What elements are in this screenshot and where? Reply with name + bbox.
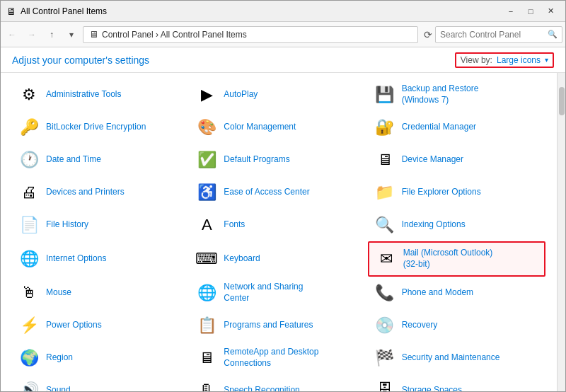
cp-item-date-time[interactable]: 🕐Date and Time	[12, 144, 190, 176]
cp-item-indexing-options[interactable]: 🔍Indexing Options	[368, 209, 545, 241]
programs-features-icon: 📋	[195, 314, 218, 337]
view-by-label: View by:	[461, 55, 492, 65]
cp-item-storage-spaces[interactable]: 🗄Storage Spaces	[368, 374, 545, 391]
date-time-label: Date and Time	[46, 154, 101, 166]
backup-restore-icon: 💾	[374, 83, 396, 106]
remoteapp-icon: 🖥	[195, 347, 218, 369]
cp-item-file-history[interactable]: 📄File History	[12, 209, 190, 241]
view-by-value[interactable]: Large icons	[497, 55, 541, 65]
forward-button[interactable]: →	[23, 26, 40, 43]
fonts-icon: A	[195, 214, 218, 236]
file-explorer-options-label: File Explorer Options	[402, 187, 481, 198]
file-history-label: File History	[46, 219, 88, 231]
window: 🖥 All Control Panel Items − □ ✕ ← → ↑ ▾ …	[0, 0, 566, 392]
internet-options-icon: 🌐	[18, 248, 40, 270]
scrollbar[interactable]	[557, 73, 565, 391]
region-icon: 🌍	[18, 347, 40, 369]
cp-item-mail[interactable]: ✉Mail (Microsoft Outlook) (32-bit)	[368, 241, 545, 277]
address-path-icon: 🖥	[89, 29, 98, 40]
cp-item-file-explorer-options[interactable]: 📁File Explorer Options	[368, 176, 545, 209]
close-button[interactable]: ✕	[541, 2, 560, 21]
power-options-icon: ⚡	[18, 314, 40, 337]
cp-item-programs-features[interactable]: 📋Programs and Features	[190, 309, 367, 342]
storage-spaces-label: Storage Spaces	[402, 385, 462, 391]
title-bar: 🖥 All Control Panel Items − □ ✕	[1, 1, 565, 22]
cp-item-network-sharing[interactable]: 🌐Network and Sharing Center	[190, 277, 367, 309]
storage-spaces-icon: 🗄	[374, 379, 396, 391]
programs-features-label: Programs and Features	[224, 320, 313, 331]
address-path-text: Control Panel › All Control Panel Items	[102, 30, 247, 40]
cp-item-credential-manager[interactable]: 🔐Credential Manager	[368, 111, 545, 144]
power-options-label: Power Options	[46, 320, 102, 331]
cp-item-device-manager[interactable]: 🖥Device Manager	[368, 144, 545, 176]
up-button[interactable]: ↑	[43, 26, 60, 43]
cp-item-sound[interactable]: 🔊Sound	[12, 374, 190, 391]
search-icon: 🔍	[548, 30, 558, 39]
region-label: Region	[46, 352, 73, 364]
phone-modem-icon: 📞	[374, 282, 396, 304]
cp-item-phone-modem[interactable]: 📞Phone and Modem	[368, 277, 545, 309]
recent-locations-button[interactable]: ▾	[63, 26, 80, 43]
device-manager-icon: 🖥	[374, 149, 396, 171]
cp-item-administrative-tools[interactable]: ⚙Administrative Tools	[12, 79, 190, 111]
title-bar-left: 🖥 All Control Panel Items	[6, 6, 107, 17]
security-maintenance-label: Security and Maintenance	[402, 352, 500, 364]
recovery-label: Recovery	[402, 320, 438, 331]
keyboard-label: Keyboard	[224, 253, 260, 265]
cp-item-color-management[interactable]: 🎨Color Management	[190, 111, 367, 144]
view-by-container[interactable]: View by: Large icons ▾	[455, 52, 554, 68]
indexing-options-icon: 🔍	[374, 214, 396, 236]
search-input[interactable]	[440, 30, 548, 40]
cp-item-fonts[interactable]: AFonts	[190, 209, 367, 241]
address-path[interactable]: 🖥 Control Panel › All Control Panel Item…	[83, 26, 418, 43]
mail-icon: ✉	[375, 248, 398, 270]
credential-manager-label: Credential Manager	[402, 122, 476, 133]
phone-modem-label: Phone and Modem	[402, 287, 473, 299]
back-button[interactable]: ←	[4, 26, 21, 43]
maximize-button[interactable]: □	[521, 2, 540, 21]
ease-of-access-label: Ease of Access Center	[224, 187, 309, 198]
recovery-icon: 💿	[374, 314, 396, 337]
devices-printers-label: Devices and Printers	[46, 187, 125, 198]
speech-recognition-icon: 🎙	[195, 379, 218, 391]
cp-item-default-programs[interactable]: ✅Default Programs	[190, 144, 367, 176]
network-sharing-icon: 🌐	[195, 282, 218, 304]
autoplay-label: AutoPlay	[224, 89, 258, 100]
color-management-icon: 🎨	[195, 116, 218, 139]
backup-restore-label: Backup and Restore (Windows 7)	[402, 83, 479, 105]
administrative-tools-label: Administrative Tools	[46, 89, 122, 100]
indexing-options-label: Indexing Options	[402, 219, 466, 231]
administrative-tools-icon: ⚙	[18, 83, 40, 106]
fonts-label: Fonts	[224, 219, 245, 231]
credential-manager-icon: 🔐	[374, 116, 396, 139]
keyboard-icon: ⌨	[195, 248, 218, 270]
minimize-button[interactable]: −	[502, 2, 520, 21]
bitlocker-label: BitLocker Drive Encryption	[46, 122, 146, 133]
cp-item-power-options[interactable]: ⚡Power Options	[12, 309, 190, 342]
cp-item-backup-restore[interactable]: 💾Backup and Restore (Windows 7)	[368, 79, 545, 111]
cp-item-speech-recognition[interactable]: 🎙Speech Recognition	[190, 374, 367, 391]
sound-icon: 🔊	[18, 379, 40, 391]
window-icon: 🖥	[6, 6, 16, 17]
cp-item-region[interactable]: 🌍Region	[12, 342, 190, 374]
cp-item-internet-options[interactable]: 🌐Internet Options	[12, 241, 190, 277]
content-area: ⚙Administrative Tools▶AutoPlay💾Backup an…	[1, 73, 557, 391]
window-title: All Control Panel Items	[21, 6, 107, 16]
network-sharing-label: Network and Sharing Center	[224, 282, 303, 304]
cp-item-security-maintenance[interactable]: 🏁Security and Maintenance	[368, 342, 545, 374]
cp-item-remoteapp[interactable]: 🖥RemoteApp and Desktop Connections	[190, 342, 367, 374]
cp-item-mouse[interactable]: 🖱Mouse	[12, 277, 190, 309]
bitlocker-icon: 🔑	[18, 116, 40, 139]
mouse-icon: 🖱	[18, 282, 40, 304]
cp-item-ease-of-access[interactable]: ♿Ease of Access Center	[190, 176, 367, 209]
file-explorer-options-icon: 📁	[374, 181, 396, 204]
cp-item-keyboard[interactable]: ⌨Keyboard	[190, 241, 367, 277]
cp-item-bitlocker[interactable]: 🔑BitLocker Drive Encryption	[12, 111, 190, 144]
cp-item-autoplay[interactable]: ▶AutoPlay	[190, 79, 367, 111]
default-programs-icon: ✅	[195, 149, 218, 171]
cp-item-recovery[interactable]: 💿Recovery	[368, 309, 545, 342]
scrollbar-thumb[interactable]	[559, 87, 565, 115]
refresh-button[interactable]: ⟳	[424, 29, 432, 40]
cp-item-devices-printers[interactable]: 🖨Devices and Printers	[12, 176, 190, 209]
search-box[interactable]: 🔍	[435, 26, 562, 43]
